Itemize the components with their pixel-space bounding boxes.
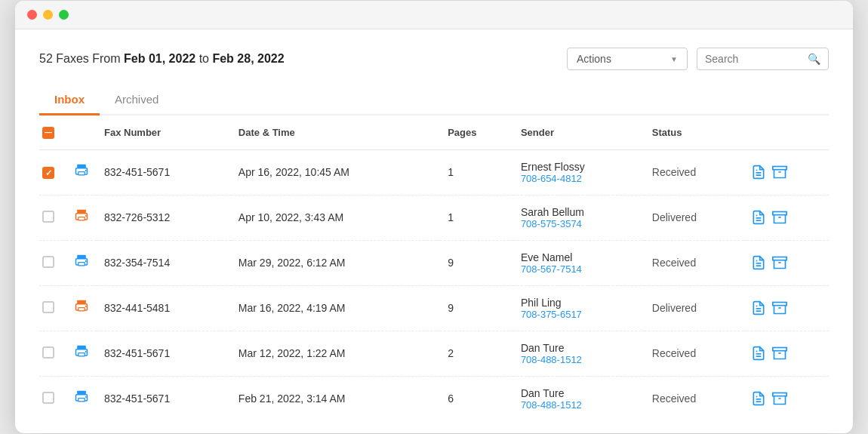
dot-yellow[interactable]	[43, 10, 53, 20]
fax-orange-icon	[74, 299, 89, 318]
header-controls: Actions ▼ 🔍	[567, 48, 829, 70]
row-pages: 2	[440, 331, 513, 376]
select-all-checkbox[interactable]	[42, 127, 54, 139]
col-status: Status	[645, 115, 743, 149]
page-title: 52 Faxes From Feb 01, 2022 to Feb 28, 20…	[39, 52, 285, 66]
tab-archived[interactable]: Archived	[100, 85, 174, 115]
fax-orange-icon	[74, 208, 89, 227]
row-icon-cell	[66, 195, 97, 240]
sender-phone[interactable]: 708-575-3574	[521, 218, 637, 229]
dot-green[interactable]	[59, 10, 69, 20]
actions-label: Actions	[577, 53, 611, 65]
archive-button[interactable]	[772, 165, 787, 180]
row-date-time: Mar 12, 2022, 1:22 AM	[231, 331, 440, 376]
sender-phone[interactable]: 708-488-1512	[521, 399, 637, 411]
svg-rect-46	[773, 393, 786, 396]
row-date-time: Apr 10, 2022, 3:43 AM	[231, 195, 440, 240]
sender-phone[interactable]: 708-567-7514	[521, 263, 637, 275]
row-checkbox[interactable]	[42, 301, 54, 313]
dot-red[interactable]	[27, 10, 37, 20]
table-row: 832-441-5481Mar 16, 2022, 4:19 AM9Phil L…	[39, 285, 829, 331]
row-sender: Phil Ling708-375-6517	[513, 285, 645, 331]
fax-blue-icon	[74, 389, 89, 408]
row-fax-number: 832-726-5312	[97, 195, 231, 240]
row-checkbox[interactable]	[42, 167, 54, 179]
row-icon-cell	[66, 331, 97, 376]
sender-name: Dan Ture	[521, 387, 637, 399]
row-status: Received	[645, 376, 743, 421]
search-box: 🔍	[697, 48, 829, 70]
archive-button[interactable]	[772, 300, 787, 315]
sender-name: Sarah Bellum	[521, 206, 637, 218]
row-checkbox[interactable]	[42, 392, 54, 404]
row-pages: 9	[440, 285, 513, 331]
row-sender: Eve Namel708-567-7514	[513, 240, 645, 285]
svg-rect-34	[78, 352, 85, 356]
svg-rect-18	[78, 262, 85, 265]
row-sender: Dan Ture708-488-1512	[513, 331, 645, 376]
row-sender: Dan Ture708-488-1512	[513, 376, 645, 421]
row-sender: Sarah Bellum708-575-3574	[513, 195, 645, 240]
actions-dropdown[interactable]: Actions ▼	[567, 48, 688, 70]
search-input[interactable]	[705, 53, 803, 65]
sender-phone[interactable]: 708-654-4812	[521, 173, 637, 184]
col-fax-number: Fax Number	[97, 115, 231, 149]
col-pages: Pages	[440, 115, 513, 149]
row-status: Received	[645, 149, 743, 195]
row-date-time: Apr 16, 2022, 10:45 AM	[231, 149, 440, 195]
row-pages: 6	[440, 376, 513, 421]
svg-point-27	[85, 306, 87, 307]
sender-name: Eve Namel	[521, 251, 637, 263]
row-pages: 9	[440, 240, 513, 285]
col-sender: Sender	[513, 115, 645, 149]
tab-inbox[interactable]: Inbox	[39, 85, 100, 115]
archive-button[interactable]	[772, 391, 787, 406]
date-from: Feb 01, 2022	[124, 52, 195, 65]
dropdown-arrow-icon: ▼	[670, 55, 678, 63]
sender-phone[interactable]: 708-488-1512	[521, 354, 637, 365]
row-sender: Ernest Flossy708-654-4812	[513, 149, 645, 195]
header-row: 52 Faxes From Feb 01, 2022 to Feb 28, 20…	[39, 48, 829, 70]
svg-point-19	[85, 260, 87, 262]
row-fax-number: 832-354-7514	[97, 240, 231, 285]
archive-button[interactable]	[772, 255, 787, 270]
row-checkbox[interactable]	[42, 346, 54, 359]
view-document-button[interactable]	[751, 165, 766, 180]
svg-point-3	[85, 170, 87, 171]
row-date-time: Feb 21, 2022, 3:14 AM	[231, 376, 440, 421]
view-document-button[interactable]	[751, 210, 766, 225]
col-actions	[743, 115, 829, 149]
sender-phone[interactable]: 708-375-6517	[521, 309, 637, 320]
row-checkbox[interactable]	[42, 211, 54, 223]
fax-blue-icon	[74, 254, 89, 272]
sender-name: Phil Ling	[521, 297, 637, 309]
row-icon-cell	[66, 376, 97, 421]
svg-point-43	[85, 396, 87, 398]
table-row: 832-451-5671Apr 16, 2022, 10:45 AM1Ernes…	[39, 149, 829, 195]
col-date-time: Date & Time	[231, 115, 440, 149]
row-pages: 1	[440, 195, 513, 240]
row-status: Received	[645, 240, 743, 285]
table-row: 832-451-5671Feb 21, 2022, 3:14 AM6Dan Tu…	[39, 376, 829, 421]
archive-button[interactable]	[772, 346, 787, 361]
view-document-button[interactable]	[751, 346, 766, 361]
to-text: to	[195, 52, 212, 65]
row-action-buttons	[743, 240, 829, 285]
row-fax-number: 832-451-5671	[97, 331, 231, 376]
svg-rect-10	[78, 217, 85, 220]
sender-name: Ernest Flossy	[521, 161, 637, 173]
view-document-button[interactable]	[751, 255, 766, 270]
view-document-button[interactable]	[751, 300, 766, 315]
svg-rect-16	[77, 254, 86, 258]
view-document-button[interactable]	[751, 391, 766, 406]
archive-button[interactable]	[772, 210, 787, 225]
app-window: 52 Faxes From Feb 01, 2022 to Feb 28, 20…	[15, 1, 853, 433]
svg-point-11	[85, 215, 87, 217]
svg-rect-42	[78, 398, 85, 401]
sender-name: Dan Ture	[521, 342, 637, 354]
tabs-container: Inbox Archived	[39, 85, 829, 115]
row-checkbox-cell	[39, 149, 66, 195]
row-checkbox[interactable]	[42, 256, 54, 268]
svg-rect-26	[78, 307, 85, 310]
row-checkbox-cell	[39, 240, 66, 285]
